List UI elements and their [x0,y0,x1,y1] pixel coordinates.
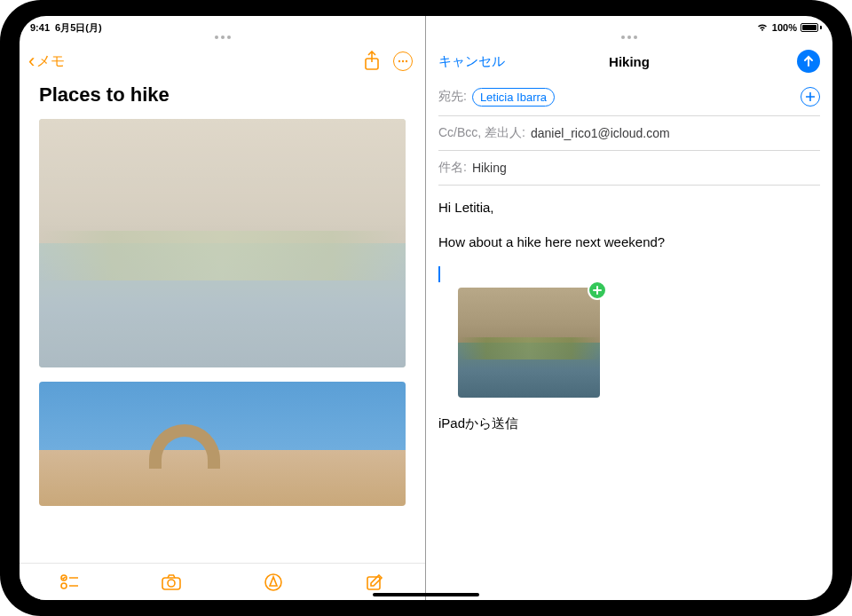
from-value: daniel_rico1@icloud.com [531,126,670,140]
send-button[interactable] [797,50,820,73]
attachment-dragging[interactable] [458,288,600,398]
multitask-control[interactable] [215,36,231,39]
mail-signature: iPadから送信 [438,414,820,434]
ipad-frame: 9:41 6月5日(月) ‹ メモ [0,0,852,616]
add-contact-button[interactable] [801,87,820,107]
status-date: 6月5日(月) [55,21,102,35]
body-line-2: How about a hike here next weekend? [438,233,820,253]
ccbcc-label: Cc/Bcc, 差出人: [438,125,525,141]
back-label: メモ [36,52,65,71]
svg-point-2 [402,60,404,62]
note-image-2[interactable] [39,382,406,506]
notes-app-pane: 9:41 6月5日(月) ‹ メモ [20,16,426,600]
mail-compose-pane: 100% キャンセル Hiking 宛先: Leticia Ib [426,16,832,600]
status-time: 9:41 [30,22,50,33]
checklist-button[interactable] [59,571,82,594]
ccbcc-from-field[interactable]: Cc/Bcc, 差出人: daniel_rico1@icloud.com [438,116,820,151]
ellipsis-icon [393,51,413,71]
svg-point-9 [168,580,175,587]
svg-point-1 [398,60,400,62]
note-content[interactable]: Places to hike [20,78,425,563]
subject-label: 件名: [438,160,467,176]
multitask-control-right[interactable] [621,36,637,39]
text-cursor [438,266,440,282]
battery-percent: 100% [772,22,797,33]
note-title: Places to hike [39,83,406,107]
mail-compose-title: Hiking [609,54,650,69]
notes-navbar: ‹ メモ [20,36,425,78]
svg-point-3 [406,60,407,62]
cancel-button[interactable]: キャンセル [438,53,505,70]
subject-field[interactable]: 件名: Hiking [438,151,820,186]
wifi-icon [756,23,769,32]
body-line-1: Hi Letitia, [438,198,820,218]
camera-button[interactable] [160,571,183,594]
status-bar-left: 9:41 6月5日(月) [20,16,425,36]
mail-navbar: キャンセル Hiking [426,36,832,78]
chevron-left-icon: ‹ [28,54,35,68]
screen: 9:41 6月5日(月) ‹ メモ [20,16,832,600]
markup-button[interactable] [262,571,285,594]
subject-value: Hiking [472,161,507,175]
compose-button[interactable] [363,571,386,594]
to-label: 宛先: [438,89,467,105]
home-indicator[interactable] [373,593,479,596]
svg-rect-11 [367,577,380,589]
to-field[interactable]: 宛先: Leticia Ibarra [438,78,820,116]
svg-point-6 [61,583,67,588]
text-cursor-line [438,266,820,282]
back-button[interactable]: ‹ メモ [28,52,65,71]
note-image-1[interactable] [39,119,406,367]
notes-toolbar [20,563,425,600]
more-button[interactable] [393,51,413,71]
attachment-image [458,288,600,398]
recipient-pill[interactable]: Leticia Ibarra [472,88,555,107]
mail-header-fields: 宛先: Leticia Ibarra Cc/Bcc, 差出人: daniel_r… [426,78,832,186]
status-bar-right: 100% [426,16,832,36]
share-button[interactable] [363,51,381,72]
mail-body[interactable]: Hi Letitia, How about a hike here next w… [426,186,832,461]
add-attachment-badge [588,280,607,300]
battery-icon [801,23,822,32]
